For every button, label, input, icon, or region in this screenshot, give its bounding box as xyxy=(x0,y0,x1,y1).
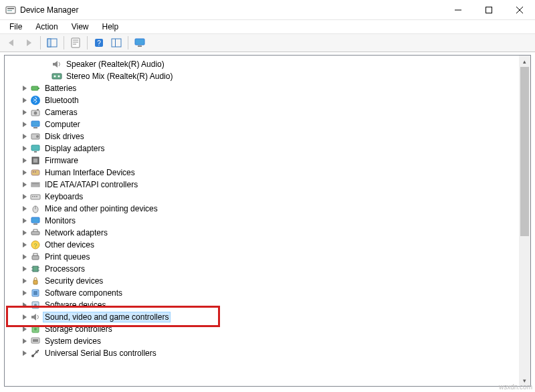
expand-icon[interactable] xyxy=(21,169,29,177)
menu-view[interactable]: View xyxy=(66,21,94,32)
tree-node-disk-drives[interactable]: Disk drives xyxy=(5,130,519,142)
tree-node-label: Network adapters xyxy=(43,228,109,237)
svg-text:?: ? xyxy=(33,242,37,249)
expand-icon[interactable] xyxy=(21,144,29,153)
svg-marker-37 xyxy=(23,134,27,139)
tree-node-cameras[interactable]: Cameras xyxy=(5,106,519,118)
tree-node-security-devices[interactable]: Security devices xyxy=(5,275,519,287)
expand-icon[interactable] xyxy=(21,253,29,261)
scroll-track[interactable] xyxy=(519,67,530,375)
tree-node-keyboards[interactable]: Keyboards xyxy=(5,191,519,203)
tree-node-bluetooth[interactable]: Bluetooth xyxy=(5,94,519,106)
content-area: Speaker (Realtek(R) Audio)Stereo Mix (Re… xyxy=(4,55,531,387)
hid-icon xyxy=(30,167,41,178)
tree-node-label: Stereo Mix (Realtek(R) Audio) xyxy=(65,72,174,81)
expand-icon[interactable] xyxy=(21,349,29,357)
expand-icon[interactable] xyxy=(21,337,29,345)
tree-node-network-adapters[interactable]: Network adapters xyxy=(5,227,519,239)
svg-marker-65 xyxy=(23,230,27,235)
expand-icon[interactable] xyxy=(21,229,29,237)
svg-marker-21 xyxy=(53,61,58,68)
expand-icon[interactable] xyxy=(21,265,29,273)
tree-node-system-devices[interactable]: System devices xyxy=(5,335,519,347)
menu-file[interactable]: File xyxy=(4,21,27,32)
show-hide-tree-button[interactable] xyxy=(45,35,60,50)
system-icon xyxy=(30,336,41,347)
svg-marker-62 xyxy=(23,218,27,223)
expand-icon[interactable] xyxy=(21,108,29,116)
expand-icon[interactable] xyxy=(21,325,29,333)
tree-node-label: Disk drives xyxy=(43,132,86,141)
tree-node-other-devices[interactable]: ?Other devices xyxy=(5,239,519,251)
tree-node-speaker[interactable]: Speaker (Realtek(R) Audio) xyxy=(5,58,519,70)
expand-icon[interactable] xyxy=(21,181,29,189)
tree-node-processors[interactable]: Processors xyxy=(5,263,519,275)
tree-node-ide[interactable]: IDE ATA/ATAPI controllers xyxy=(5,179,519,191)
svg-rect-27 xyxy=(38,88,39,89)
expand-icon[interactable] xyxy=(21,301,29,309)
expand-icon[interactable] xyxy=(21,132,29,140)
tree-node-label: IDE ATA/ATAPI controllers xyxy=(43,180,139,189)
expand-icon[interactable] xyxy=(21,313,29,321)
minimize-button[interactable] xyxy=(443,0,473,20)
tree-node-display-adapters[interactable]: Display adapters xyxy=(5,142,519,155)
monitor-button[interactable] xyxy=(132,35,147,50)
expand-icon[interactable] xyxy=(21,205,29,213)
expand-icon[interactable] xyxy=(21,217,29,225)
tree-node-label: Security devices xyxy=(43,276,104,286)
svg-rect-48 xyxy=(33,171,34,173)
maximize-button[interactable] xyxy=(473,0,504,20)
cpu-icon xyxy=(30,264,41,274)
tree-node-usb-controllers[interactable]: Universal Serial Bus controllers xyxy=(5,347,519,359)
close-button[interactable] xyxy=(504,0,535,20)
expand-icon[interactable] xyxy=(21,193,29,201)
expand-icon[interactable] xyxy=(21,96,29,104)
no-expand xyxy=(42,72,50,80)
tree-node-batteries[interactable]: Batteries xyxy=(5,82,519,94)
expand-icon[interactable] xyxy=(21,157,29,165)
svg-marker-7 xyxy=(9,39,13,46)
expand-icon[interactable] xyxy=(21,289,29,297)
svg-rect-20 xyxy=(138,45,142,47)
tree-node-monitors[interactable]: Monitors xyxy=(5,215,519,227)
menu-action[interactable]: Action xyxy=(30,21,63,32)
properties-button[interactable] xyxy=(68,35,83,50)
softdev-icon xyxy=(30,300,41,310)
expand-icon[interactable] xyxy=(21,84,29,92)
scroll-thumb[interactable] xyxy=(520,67,529,236)
svg-point-32 xyxy=(34,112,37,115)
help-button[interactable]: ? xyxy=(92,35,106,50)
firmware-icon xyxy=(30,155,41,166)
svg-rect-58 xyxy=(36,196,37,197)
tree-node-soft-devices[interactable]: Software devices xyxy=(5,299,519,311)
svg-point-86 xyxy=(34,304,37,306)
tree-node-stereo-mix[interactable]: Stereo Mix (Realtek(R) Audio) xyxy=(5,70,519,82)
scan-button[interactable] xyxy=(109,35,124,50)
watermark: wsxdn.com xyxy=(499,383,532,391)
tree-node-soft-components[interactable]: Software components xyxy=(5,287,519,299)
svg-marker-92 xyxy=(23,338,27,344)
tree-node-mice[interactable]: Mice and other pointing devices xyxy=(5,203,519,215)
svg-rect-74 xyxy=(33,266,38,272)
tree-node-hid[interactable]: Human Interface Devices xyxy=(5,167,519,179)
toolbar-separator xyxy=(128,36,128,50)
tree-node-computer[interactable]: Computer xyxy=(5,118,519,130)
device-tree[interactable]: Speaker (Realtek(R) Audio)Stereo Mix (Re… xyxy=(5,56,519,386)
svg-marker-88 xyxy=(31,314,36,320)
tree-node-label: Bluetooth xyxy=(43,96,80,105)
menu-help[interactable]: Help xyxy=(97,21,124,32)
tree-node-firmware[interactable]: Firmware xyxy=(5,155,519,167)
scroll-up-button[interactable]: ▴ xyxy=(519,56,530,67)
expand-icon[interactable] xyxy=(21,277,29,285)
forward-button[interactable] xyxy=(21,35,36,50)
tree-node-storage-controllers[interactable]: Storage controllers xyxy=(5,323,519,335)
svg-rect-1 xyxy=(7,8,14,9)
tree-node-print-queues[interactable]: Print queues xyxy=(5,251,519,263)
back-button[interactable] xyxy=(4,35,19,50)
svg-marker-87 xyxy=(23,314,27,320)
svg-marker-43 xyxy=(23,158,27,163)
expand-icon[interactable] xyxy=(21,241,29,249)
expand-icon[interactable] xyxy=(21,120,29,128)
vertical-scrollbar[interactable]: ▴ ▾ xyxy=(519,56,530,386)
tree-node-sound-video-game[interactable]: Sound, video and game controllers xyxy=(5,311,519,323)
